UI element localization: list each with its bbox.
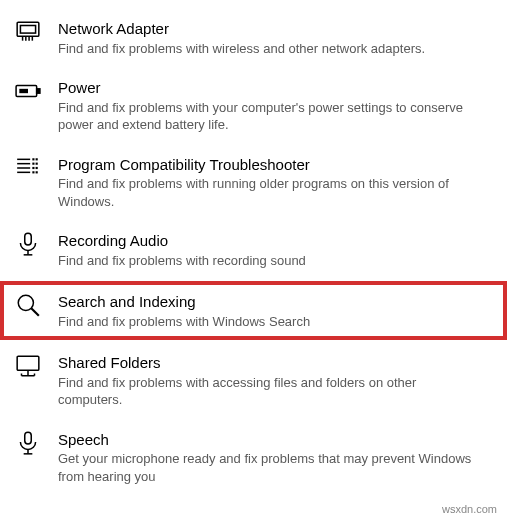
troubleshooter-item-program-compatibility-troubleshooter[interactable]: Program Compatibility TroubleshooterFind… (0, 144, 507, 221)
troubleshooter-title: Shared Folders (58, 353, 493, 373)
troubleshooter-text: Network AdapterFind and fix problems wit… (58, 18, 493, 57)
troubleshooter-item-recording-audio[interactable]: Recording AudioFind and fix problems wit… (0, 220, 507, 279)
troubleshooter-item-power[interactable]: PowerFind and fix problems with your com… (0, 67, 507, 144)
troubleshooter-item-shared-folders[interactable]: Shared FoldersFind and fix problems with… (0, 342, 507, 419)
shared-folders-icon (14, 352, 42, 380)
troubleshooter-text: SpeechGet your microphone ready and fix … (58, 429, 493, 486)
troubleshooter-list: Network AdapterFind and fix problems wit… (0, 8, 507, 496)
troubleshooter-text: Search and IndexingFind and fix problems… (58, 291, 493, 330)
microphone-icon (14, 230, 42, 258)
program-compatibility-icon (14, 154, 42, 182)
troubleshooter-title: Network Adapter (58, 19, 493, 39)
troubleshooter-title: Power (58, 78, 493, 98)
search-icon (14, 291, 42, 319)
troubleshooter-title: Search and Indexing (58, 292, 493, 312)
troubleshooter-description: Get your microphone ready and fix proble… (58, 450, 493, 485)
troubleshooter-title: Program Compatibility Troubleshooter (58, 155, 493, 175)
troubleshooter-text: PowerFind and fix problems with your com… (58, 77, 493, 134)
troubleshooter-description: Find and fix problems with Windows Searc… (58, 313, 493, 331)
power-icon (14, 77, 42, 105)
troubleshooter-description: Find and fix problems with running older… (58, 175, 493, 210)
troubleshooter-item-search-and-indexing[interactable]: Search and IndexingFind and fix problems… (0, 281, 507, 340)
network-adapter-icon (14, 18, 42, 46)
troubleshooter-title: Recording Audio (58, 231, 493, 251)
troubleshooter-text: Recording AudioFind and fix problems wit… (58, 230, 493, 269)
troubleshooter-text: Shared FoldersFind and fix problems with… (58, 352, 493, 409)
troubleshooter-title: Speech (58, 430, 493, 450)
watermark: wsxdn.com (442, 503, 497, 504)
troubleshooter-text: Program Compatibility TroubleshooterFind… (58, 154, 493, 211)
troubleshooter-item-network-adapter[interactable]: Network AdapterFind and fix problems wit… (0, 8, 507, 67)
troubleshooter-description: Find and fix problems with accessing fil… (58, 374, 493, 409)
microphone-icon (14, 429, 42, 457)
troubleshooter-description: Find and fix problems with wireless and … (58, 40, 493, 58)
troubleshooter-description: Find and fix problems with your computer… (58, 99, 493, 134)
troubleshooter-item-speech[interactable]: SpeechGet your microphone ready and fix … (0, 419, 507, 496)
troubleshooter-description: Find and fix problems with recording sou… (58, 252, 493, 270)
